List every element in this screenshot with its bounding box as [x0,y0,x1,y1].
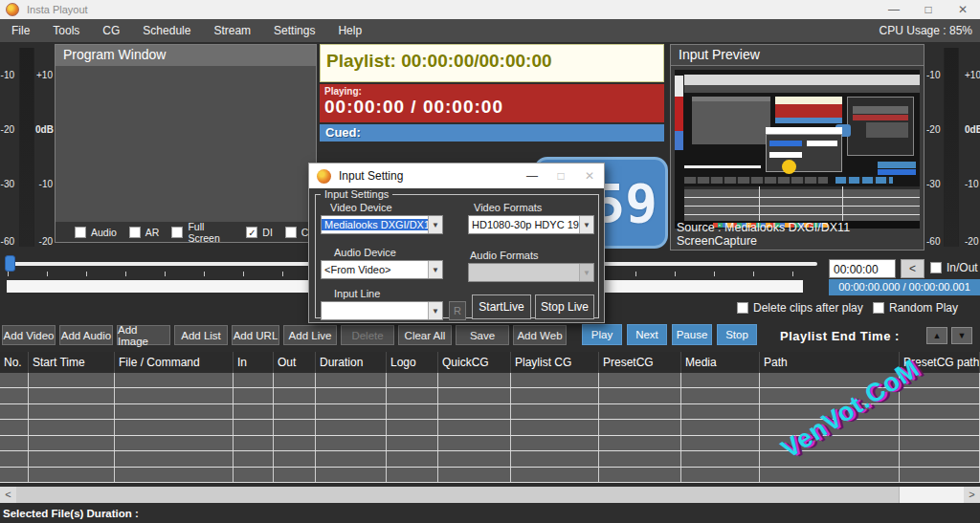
column-header[interactable]: File / Command [115,352,234,373]
add-audio-button[interactable]: Add Audio [59,325,113,345]
scroll-right-button[interactable]: > [964,487,980,503]
delete-clips-checkbox[interactable]: Delete clips after play [737,301,863,315]
chevron-down-icon[interactable]: ▼ [579,216,593,233]
dialog-minimize-button[interactable]: — [518,169,546,183]
r-button[interactable]: R [449,301,466,320]
time-back-button[interactable]: < [901,259,924,278]
menu-help[interactable]: Help [326,19,373,42]
column-header[interactable]: Logo [387,352,438,373]
table-cell [438,388,511,403]
table-cell [511,420,599,434]
cpu-usage-label: CPU Usage : 85% [880,24,980,37]
seek-slider-thumb[interactable] [5,255,15,272]
table-cell [511,404,599,419]
table-cell [316,404,387,419]
play-button[interactable]: Play [582,324,622,345]
close-button[interactable]: ✕ [946,0,980,19]
menu-file[interactable]: File [0,19,41,42]
minimize-button[interactable]: — [877,0,911,19]
stop-button[interactable]: Stop [717,324,757,345]
time-input[interactable]: 00:00:00 [829,259,896,278]
add-live-button[interactable]: Add Live [283,325,337,345]
table-cell [599,451,681,466]
checkbox-icon[interactable] [171,227,183,238]
table-cell [900,451,980,466]
scrollbar-thumb[interactable] [16,487,900,503]
checkbox-icon[interactable] [75,227,86,238]
program-window-title: Program Window [56,45,316,66]
column-header[interactable]: Duration [316,352,387,373]
full-screen-checkbox[interactable]: Full Screen [171,221,234,244]
add-list-button[interactable]: Add List [174,325,228,345]
random-play-checkbox[interactable]: Random Play [873,301,958,315]
table-row[interactable] [0,468,980,483]
delete-button[interactable]: Delete [341,325,394,345]
startlive-button[interactable]: StartLive [472,294,531,319]
column-header[interactable]: Path [760,352,900,373]
column-header[interactable]: PresetCG [599,352,681,373]
chevron-down-icon[interactable]: ▼ [428,302,442,319]
menu-tools[interactable]: Tools [41,19,91,42]
column-header[interactable]: QuickCG [438,352,511,373]
column-header[interactable]: Media [681,352,760,373]
chevron-down-icon[interactable]: ▼ [428,216,442,233]
checkbox-icon[interactable] [930,262,942,273]
add-image-button[interactable]: Add Image [117,325,170,345]
checkbox-icon[interactable] [873,302,884,314]
stoplive-button[interactable]: Stop Live [535,294,594,319]
video-formats-select[interactable]: HD1080-30p HDYC 1920x ▼ [468,215,594,234]
thumb-duration-bar [878,162,916,168]
checkbox-icon[interactable] [246,227,257,238]
video-device-select[interactable]: Medialooks DXGI/DX11 S ▼ [321,215,443,234]
menu-schedule[interactable]: Schedule [131,19,202,42]
input-line-select[interactable]: ▼ [321,301,443,320]
next-button[interactable]: Next [627,324,667,345]
menu-cg[interactable]: CG [91,19,131,42]
maximize-button[interactable]: □ [911,0,946,19]
chevron-down-icon[interactable]: ▼ [579,264,593,281]
thumb-buttons [684,177,828,184]
add-web-button[interactable]: Add Web [513,325,567,345]
table-cell [0,388,29,403]
audio-checkbox[interactable]: Audio [75,227,117,238]
vu-right-scale-label: -20 [965,236,980,247]
thumb-line [684,197,920,198]
menu-stream[interactable]: Stream [202,19,262,42]
vu-meter-left [19,48,34,247]
table-cell [316,420,387,434]
menu-settings[interactable]: Settings [262,19,326,42]
column-header[interactable]: Out [274,352,316,373]
column-header[interactable]: Playlist CG [511,352,599,373]
di-checkbox[interactable]: DI [246,227,273,238]
add-url-button[interactable]: Add URL [232,325,279,345]
column-header[interactable]: No. [0,352,29,373]
table-row[interactable] [0,373,980,388]
audio-formats-select[interactable]: ▼ [468,263,594,282]
thumb-block [866,122,908,138]
table-cell [29,388,115,403]
dialog-close-button[interactable]: ✕ [575,169,604,183]
table-cell [599,388,681,403]
checkbox-label: In/Out [947,261,978,274]
checkbox-icon[interactable] [129,227,141,238]
column-header[interactable]: In [234,352,274,373]
dialog-maximize-button[interactable]: □ [546,169,575,183]
add-video-button[interactable]: Add Video [2,325,56,345]
column-header[interactable]: Start Time [29,352,115,373]
inout-checkbox[interactable]: In/Out [930,261,978,274]
checkbox-icon[interactable] [285,227,297,238]
thumb-playlist [775,97,842,104]
clear-all-button[interactable]: Clear All [398,325,452,345]
table-cell [115,388,234,403]
audio-device-select[interactable]: <From Video> ▼ [321,260,443,279]
video-formats-value: HD1080-30p HDYC 1920x [469,219,579,230]
ar-checkbox[interactable]: AR [129,227,160,238]
chevron-down-icon[interactable]: ▼ [428,261,442,278]
table-cell [681,436,760,450]
horizontal-scrollbar[interactable]: < > [0,487,980,503]
scroll-left-button[interactable]: < [0,487,16,503]
table-row[interactable] [0,451,980,467]
save-button[interactable]: Save [456,325,509,345]
pause-button[interactable]: Pause [672,324,712,345]
checkbox-icon[interactable] [737,302,748,314]
